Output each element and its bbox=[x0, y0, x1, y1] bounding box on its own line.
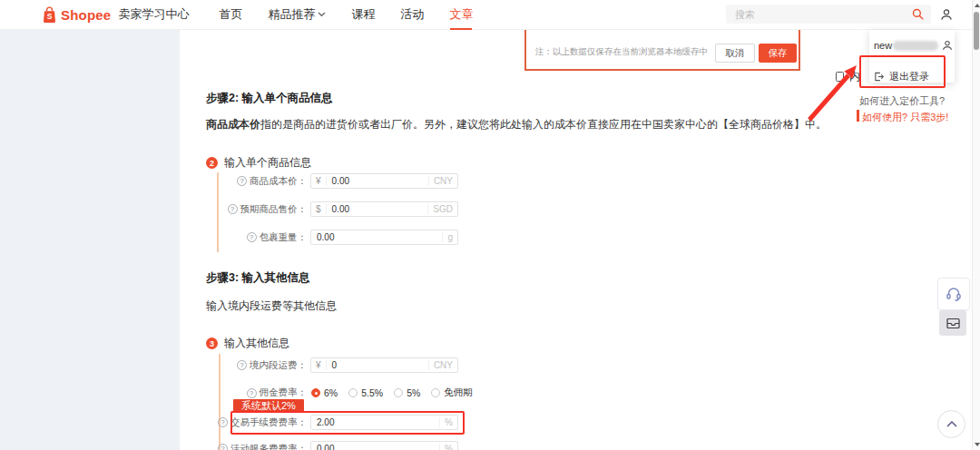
chevron-up-icon bbox=[946, 421, 957, 427]
shopee-logo[interactable]: S Shopee 卖家学习中心 bbox=[42, 6, 189, 24]
nav-item-featured[interactable]: 精品推荐 bbox=[268, 6, 326, 23]
brand-name: Shopee bbox=[61, 7, 111, 23]
save-button[interactable]: 保存 bbox=[759, 44, 797, 63]
help-icon[interactable]: ? bbox=[237, 176, 247, 186]
package-weight-row: ? 包裹重量： 0.00 g bbox=[205, 230, 458, 245]
help-icon[interactable]: ? bbox=[237, 360, 247, 370]
domestic-freight-input[interactable]: ¥ 0 CNY bbox=[310, 357, 458, 373]
customer-service-button[interactable] bbox=[937, 278, 970, 310]
radio-icon[interactable] bbox=[431, 388, 440, 397]
back-to-top-button[interactable] bbox=[937, 410, 965, 438]
help-icon[interactable]: ? bbox=[228, 204, 238, 214]
search-input[interactable] bbox=[733, 8, 912, 21]
step2-description-lead: 商品成本价 bbox=[206, 118, 260, 131]
transaction-fee-input[interactable]: 2.00 % bbox=[310, 415, 458, 430]
left-gutter bbox=[0, 29, 180, 450]
section3-header: 3 输入其他信息 bbox=[206, 336, 289, 351]
radio-icon[interactable] bbox=[394, 388, 403, 397]
help-icon[interactable]: ? bbox=[218, 444, 228, 450]
radio-option-6pct[interactable]: 6% bbox=[311, 387, 338, 398]
step3-number-badge: 3 bbox=[206, 338, 218, 349]
radio-option-5-5pct[interactable]: 5.5% bbox=[348, 387, 383, 398]
commission-rate-row: ? 佣金费率： 6% 5.5% 5% 免佣期 bbox=[205, 386, 473, 399]
nav-item-home[interactable]: 首页 bbox=[219, 6, 242, 23]
user-account-icon[interactable] bbox=[940, 8, 953, 24]
svg-text:S: S bbox=[47, 12, 53, 21]
user-avatar-icon bbox=[942, 40, 953, 51]
pricing-tool-note-panel: 注：以上数据仅保存在当前浏览器本地缓存中 取消 保存 bbox=[524, 29, 800, 71]
inbox-button[interactable] bbox=[939, 310, 966, 336]
step2-description: 商品成本价指的是商品的进货价或者出厂价。另外，建议您将此处输入的成本价直接应用在… bbox=[206, 117, 827, 132]
nav-item-courses[interactable]: 课程 bbox=[351, 6, 375, 23]
help-icon[interactable]: ? bbox=[247, 388, 257, 398]
step2-heading: 步骤2: 输入单个商品信息 bbox=[206, 91, 333, 106]
radio-selected-icon[interactable] bbox=[311, 388, 320, 397]
local-storage-note: 注：以上数据仅保存在当前浏览器本地缓存中 bbox=[535, 46, 708, 58]
step3-description: 输入境内段运费等其他信息 bbox=[206, 298, 337, 314]
expected-price-row: ? 预期商品售价： $ 0.00 SGD bbox=[205, 201, 458, 217]
shopee-bag-icon: S bbox=[42, 6, 57, 24]
package-weight-input[interactable]: 0.00 g bbox=[310, 230, 458, 245]
scrollbar-down-arrow[interactable] bbox=[975, 443, 980, 446]
domestic-freight-row: ? 境内段运费： ¥ 0 CNY bbox=[205, 357, 458, 373]
toc-link-how-to-use[interactable]: 如何使用? 只需3步! bbox=[862, 111, 948, 124]
cost-price-row: ? 商品成本价： ¥ 0.00 CNY bbox=[205, 173, 458, 189]
transaction-fee-row: ? 交易手续费费率： 2.00 % bbox=[205, 415, 458, 430]
toc-doc-icon bbox=[836, 72, 844, 82]
search-box[interactable] bbox=[726, 5, 931, 24]
step3-heading: 步骤3: 输入其他信息 bbox=[206, 270, 310, 286]
search-icon[interactable] bbox=[912, 8, 924, 20]
page: S Shopee 卖家学习中心 首页 精品推荐 课程 活动 文章 bbox=[0, 0, 980, 450]
expected-price-input[interactable]: $ 0.00 SGD bbox=[310, 201, 458, 217]
nav-item-activities[interactable]: 活动 bbox=[400, 6, 424, 23]
chevron-down-icon bbox=[318, 12, 326, 17]
service-fee-input[interactable]: 0.00 % bbox=[310, 441, 458, 450]
radio-option-5pct[interactable]: 5% bbox=[394, 387, 420, 398]
scrollbar-thumb[interactable] bbox=[974, 12, 979, 50]
help-icon[interactable]: ? bbox=[247, 232, 257, 242]
section2-header: 2 输入单个商品信息 bbox=[206, 155, 311, 171]
annotation-arrow bbox=[806, 56, 864, 125]
top-header: S Shopee 卖家学习中心 首页 精品推荐 课程 活动 文章 bbox=[0, 0, 980, 30]
cost-price-input[interactable]: ¥ 0.00 CNY bbox=[310, 173, 458, 189]
brand-suffix: 卖家学习中心 bbox=[118, 6, 189, 23]
toc-link-enter-tool[interactable]: 如何进入定价工具? bbox=[859, 94, 945, 108]
commission-radio-group: 6% 5.5% 5% 免佣期 bbox=[311, 386, 473, 399]
step2-number-badge: 2 bbox=[206, 157, 218, 169]
toc-active-bar bbox=[857, 110, 859, 122]
nav-item-articles[interactable]: 文章 bbox=[449, 6, 473, 23]
headset-icon bbox=[946, 287, 962, 302]
service-fee-row: ? 活动服务费费率： 0.00 % bbox=[205, 441, 458, 450]
radio-icon[interactable] bbox=[348, 388, 358, 397]
username-text: new bbox=[874, 40, 892, 51]
help-icon[interactable]: ? bbox=[218, 417, 228, 427]
username-row: new bbox=[874, 40, 953, 51]
cancel-button[interactable]: 取消 bbox=[715, 44, 755, 63]
radio-option-commission-free[interactable]: 免佣期 bbox=[431, 386, 473, 399]
main-nav: 首页 精品推荐 课程 活动 文章 bbox=[219, 6, 473, 23]
username-redacted-blur bbox=[893, 41, 938, 51]
scrollbar-up-arrow[interactable] bbox=[975, 4, 980, 7]
logout-highlight-box bbox=[859, 55, 946, 88]
inbox-icon bbox=[946, 318, 960, 329]
page-scrollbar bbox=[972, 0, 980, 450]
